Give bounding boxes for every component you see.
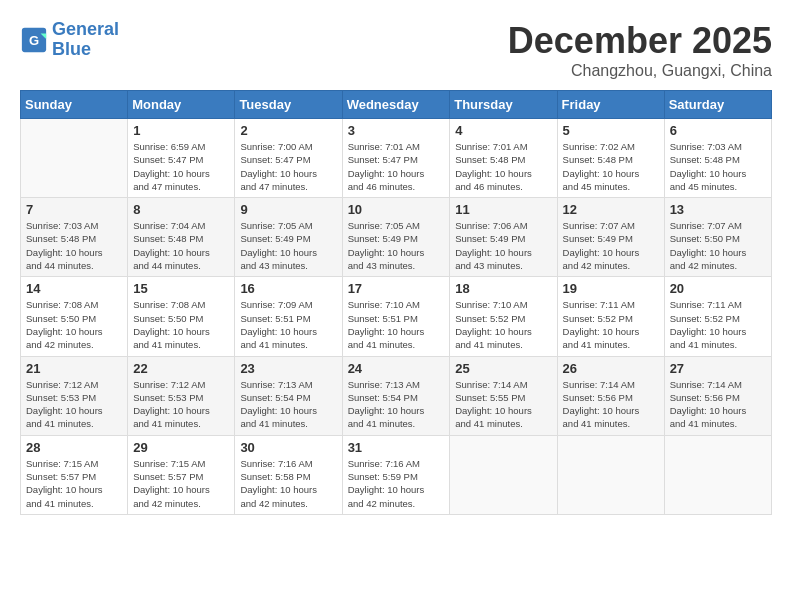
- day-number: 24: [348, 361, 445, 376]
- calendar-cell: [664, 435, 771, 514]
- day-info: Sunrise: 7:01 AM Sunset: 5:47 PM Dayligh…: [348, 140, 445, 193]
- calendar-cell: 28Sunrise: 7:15 AM Sunset: 5:57 PM Dayli…: [21, 435, 128, 514]
- day-number: 29: [133, 440, 229, 455]
- day-number: 6: [670, 123, 766, 138]
- day-info: Sunrise: 7:08 AM Sunset: 5:50 PM Dayligh…: [133, 298, 229, 351]
- header-day-wednesday: Wednesday: [342, 91, 450, 119]
- day-number: 10: [348, 202, 445, 217]
- day-number: 8: [133, 202, 229, 217]
- day-number: 3: [348, 123, 445, 138]
- calendar-cell: 29Sunrise: 7:15 AM Sunset: 5:57 PM Dayli…: [128, 435, 235, 514]
- day-info: Sunrise: 7:07 AM Sunset: 5:50 PM Dayligh…: [670, 219, 766, 272]
- calendar-cell: 11Sunrise: 7:06 AM Sunset: 5:49 PM Dayli…: [450, 198, 557, 277]
- header-day-friday: Friday: [557, 91, 664, 119]
- title-area: December 2025 Changzhou, Guangxi, China: [508, 20, 772, 80]
- day-number: 11: [455, 202, 551, 217]
- day-info: Sunrise: 7:14 AM Sunset: 5:55 PM Dayligh…: [455, 378, 551, 431]
- logo: G General Blue: [20, 20, 119, 60]
- day-number: 15: [133, 281, 229, 296]
- day-info: Sunrise: 7:08 AM Sunset: 5:50 PM Dayligh…: [26, 298, 122, 351]
- week-row-4: 21Sunrise: 7:12 AM Sunset: 5:53 PM Dayli…: [21, 356, 772, 435]
- day-info: Sunrise: 7:10 AM Sunset: 5:51 PM Dayligh…: [348, 298, 445, 351]
- day-info: Sunrise: 7:05 AM Sunset: 5:49 PM Dayligh…: [348, 219, 445, 272]
- day-number: 18: [455, 281, 551, 296]
- day-info: Sunrise: 7:15 AM Sunset: 5:57 PM Dayligh…: [133, 457, 229, 510]
- week-row-2: 7Sunrise: 7:03 AM Sunset: 5:48 PM Daylig…: [21, 198, 772, 277]
- day-number: 30: [240, 440, 336, 455]
- calendar-cell: 27Sunrise: 7:14 AM Sunset: 5:56 PM Dayli…: [664, 356, 771, 435]
- day-number: 31: [348, 440, 445, 455]
- month-title: December 2025: [508, 20, 772, 62]
- day-info: Sunrise: 7:03 AM Sunset: 5:48 PM Dayligh…: [26, 219, 122, 272]
- week-row-3: 14Sunrise: 7:08 AM Sunset: 5:50 PM Dayli…: [21, 277, 772, 356]
- calendar-cell: 3Sunrise: 7:01 AM Sunset: 5:47 PM Daylig…: [342, 119, 450, 198]
- calendar-cell: 2Sunrise: 7:00 AM Sunset: 5:47 PM Daylig…: [235, 119, 342, 198]
- day-info: Sunrise: 7:13 AM Sunset: 5:54 PM Dayligh…: [348, 378, 445, 431]
- calendar-cell: 20Sunrise: 7:11 AM Sunset: 5:52 PM Dayli…: [664, 277, 771, 356]
- calendar-cell: 8Sunrise: 7:04 AM Sunset: 5:48 PM Daylig…: [128, 198, 235, 277]
- day-number: 12: [563, 202, 659, 217]
- day-info: Sunrise: 7:12 AM Sunset: 5:53 PM Dayligh…: [26, 378, 122, 431]
- calendar-cell: 24Sunrise: 7:13 AM Sunset: 5:54 PM Dayli…: [342, 356, 450, 435]
- day-number: 27: [670, 361, 766, 376]
- day-number: 20: [670, 281, 766, 296]
- day-info: Sunrise: 7:00 AM Sunset: 5:47 PM Dayligh…: [240, 140, 336, 193]
- header-day-monday: Monday: [128, 91, 235, 119]
- day-info: Sunrise: 7:02 AM Sunset: 5:48 PM Dayligh…: [563, 140, 659, 193]
- day-info: Sunrise: 7:04 AM Sunset: 5:48 PM Dayligh…: [133, 219, 229, 272]
- day-number: 13: [670, 202, 766, 217]
- day-info: Sunrise: 7:01 AM Sunset: 5:48 PM Dayligh…: [455, 140, 551, 193]
- day-info: Sunrise: 7:14 AM Sunset: 5:56 PM Dayligh…: [670, 378, 766, 431]
- logo-line2: Blue: [52, 39, 91, 59]
- day-number: 9: [240, 202, 336, 217]
- calendar-cell: 31Sunrise: 7:16 AM Sunset: 5:59 PM Dayli…: [342, 435, 450, 514]
- header-day-tuesday: Tuesday: [235, 91, 342, 119]
- calendar-header-row: SundayMondayTuesdayWednesdayThursdayFrid…: [21, 91, 772, 119]
- day-number: 21: [26, 361, 122, 376]
- day-info: Sunrise: 7:10 AM Sunset: 5:52 PM Dayligh…: [455, 298, 551, 351]
- day-number: 22: [133, 361, 229, 376]
- calendar-cell: 6Sunrise: 7:03 AM Sunset: 5:48 PM Daylig…: [664, 119, 771, 198]
- day-info: Sunrise: 7:03 AM Sunset: 5:48 PM Dayligh…: [670, 140, 766, 193]
- calendar-cell: 18Sunrise: 7:10 AM Sunset: 5:52 PM Dayli…: [450, 277, 557, 356]
- calendar-cell: 7Sunrise: 7:03 AM Sunset: 5:48 PM Daylig…: [21, 198, 128, 277]
- day-number: 23: [240, 361, 336, 376]
- day-number: 4: [455, 123, 551, 138]
- calendar-cell: [557, 435, 664, 514]
- day-number: 19: [563, 281, 659, 296]
- day-info: Sunrise: 7:16 AM Sunset: 5:58 PM Dayligh…: [240, 457, 336, 510]
- calendar-cell: 30Sunrise: 7:16 AM Sunset: 5:58 PM Dayli…: [235, 435, 342, 514]
- calendar-cell: 4Sunrise: 7:01 AM Sunset: 5:48 PM Daylig…: [450, 119, 557, 198]
- header-day-sunday: Sunday: [21, 91, 128, 119]
- day-info: Sunrise: 7:06 AM Sunset: 5:49 PM Dayligh…: [455, 219, 551, 272]
- day-info: Sunrise: 7:13 AM Sunset: 5:54 PM Dayligh…: [240, 378, 336, 431]
- calendar-cell: 10Sunrise: 7:05 AM Sunset: 5:49 PM Dayli…: [342, 198, 450, 277]
- calendar-cell: 16Sunrise: 7:09 AM Sunset: 5:51 PM Dayli…: [235, 277, 342, 356]
- svg-text:G: G: [29, 32, 39, 47]
- calendar-cell: 21Sunrise: 7:12 AM Sunset: 5:53 PM Dayli…: [21, 356, 128, 435]
- header: G General Blue December 2025 Changzhou, …: [20, 20, 772, 80]
- day-number: 28: [26, 440, 122, 455]
- day-number: 14: [26, 281, 122, 296]
- calendar-cell: 14Sunrise: 7:08 AM Sunset: 5:50 PM Dayli…: [21, 277, 128, 356]
- header-day-thursday: Thursday: [450, 91, 557, 119]
- day-info: Sunrise: 7:15 AM Sunset: 5:57 PM Dayligh…: [26, 457, 122, 510]
- day-number: 26: [563, 361, 659, 376]
- calendar-cell: 26Sunrise: 7:14 AM Sunset: 5:56 PM Dayli…: [557, 356, 664, 435]
- day-number: 16: [240, 281, 336, 296]
- day-number: 7: [26, 202, 122, 217]
- day-number: 17: [348, 281, 445, 296]
- day-info: Sunrise: 7:14 AM Sunset: 5:56 PM Dayligh…: [563, 378, 659, 431]
- day-info: Sunrise: 7:16 AM Sunset: 5:59 PM Dayligh…: [348, 457, 445, 510]
- calendar-cell: 22Sunrise: 7:12 AM Sunset: 5:53 PM Dayli…: [128, 356, 235, 435]
- calendar: SundayMondayTuesdayWednesdayThursdayFrid…: [20, 90, 772, 515]
- calendar-cell: 19Sunrise: 7:11 AM Sunset: 5:52 PM Dayli…: [557, 277, 664, 356]
- calendar-cell: 12Sunrise: 7:07 AM Sunset: 5:49 PM Dayli…: [557, 198, 664, 277]
- calendar-cell: [450, 435, 557, 514]
- week-row-5: 28Sunrise: 7:15 AM Sunset: 5:57 PM Dayli…: [21, 435, 772, 514]
- logo-line1: General: [52, 19, 119, 39]
- location-title: Changzhou, Guangxi, China: [508, 62, 772, 80]
- day-info: Sunrise: 7:12 AM Sunset: 5:53 PM Dayligh…: [133, 378, 229, 431]
- calendar-cell: 5Sunrise: 7:02 AM Sunset: 5:48 PM Daylig…: [557, 119, 664, 198]
- day-info: Sunrise: 6:59 AM Sunset: 5:47 PM Dayligh…: [133, 140, 229, 193]
